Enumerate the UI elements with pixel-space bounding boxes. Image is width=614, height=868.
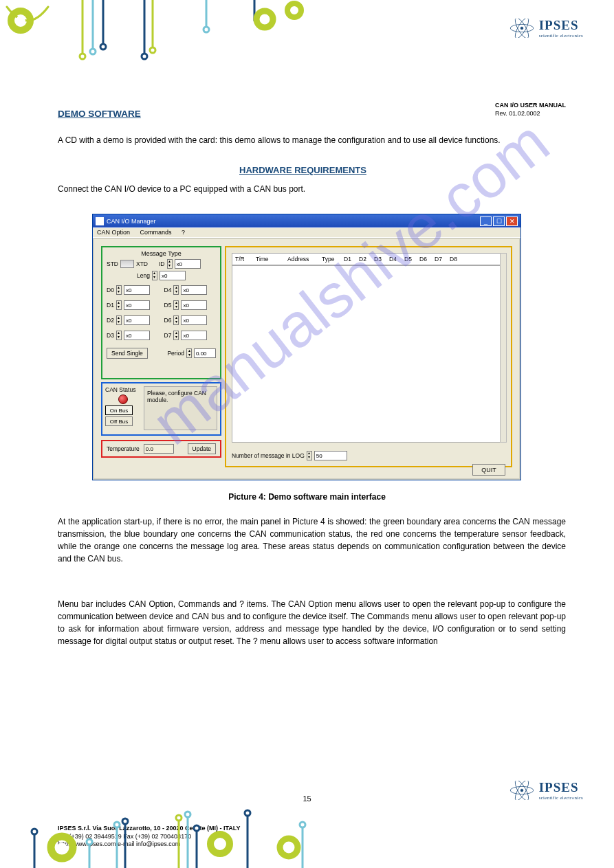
- d0-spin[interactable]: ▴▾: [116, 285, 122, 295]
- d1-label: D1: [107, 302, 114, 309]
- logo-name: IPSES: [539, 18, 583, 33]
- status-message: Please, configure CAN module.: [144, 386, 217, 430]
- d4-field[interactable]: [181, 285, 207, 295]
- logo-tagline: scientific electronics: [539, 33, 583, 38]
- d2-field[interactable]: [124, 315, 150, 325]
- log-footer: Number of message in LOG ▴▾: [232, 451, 347, 460]
- app-window: CAN I/O Manager _ ☐ ✕ CAN Option Command…: [92, 214, 521, 480]
- doc-rev: 01.02.0002: [509, 110, 540, 117]
- period-field[interactable]: [194, 348, 216, 358]
- svg-point-46: [245, 810, 250, 816]
- logo-tagline: scientific electronics: [539, 795, 583, 801]
- svg-point-18: [292, 8, 297, 13]
- message-type-header: Message Type: [107, 250, 216, 257]
- d7-label: D7: [164, 332, 172, 339]
- quit-button[interactable]: QUIT: [472, 464, 505, 476]
- svg-point-0: [11, 11, 30, 30]
- atom-icon: [509, 781, 535, 800]
- d5-label: D5: [164, 302, 172, 309]
- menu-can-option[interactable]: CAN Option: [97, 229, 130, 236]
- logo-bottom: IPSES scientific electronics: [509, 780, 583, 801]
- update-button[interactable]: Update: [188, 443, 216, 454]
- col-d6: D6: [419, 256, 435, 263]
- d2-spin[interactable]: ▴▾: [116, 315, 122, 325]
- period-spin[interactable]: ▴▾: [186, 348, 192, 358]
- logo-name: IPSES: [539, 780, 583, 795]
- atom-icon: [509, 19, 535, 38]
- leng-field[interactable]: [160, 271, 186, 280]
- on-bus-button[interactable]: On Bus: [105, 405, 133, 415]
- off-bus-button[interactable]: Off Bus: [105, 416, 133, 426]
- svg-point-13: [204, 27, 209, 32]
- d5-field[interactable]: [181, 300, 207, 310]
- log-count-field[interactable]: [314, 451, 347, 460]
- logo-top: IPSES scientific electronics: [509, 18, 583, 38]
- menubar: CAN Option Commands ?: [93, 227, 520, 238]
- status-led-icon: [118, 394, 128, 404]
- col-d3: D3: [374, 256, 389, 263]
- subsection-text: Connect the CAN I/O device to a PC equip…: [58, 183, 566, 195]
- d4-spin[interactable]: ▴▾: [173, 285, 179, 295]
- id-field[interactable]: [175, 259, 201, 269]
- document-info: CAN I/O USER MANUAL Rev. 01.02.0002: [495, 102, 566, 118]
- d7-field[interactable]: [181, 331, 207, 340]
- d1-field[interactable]: [124, 300, 150, 310]
- d3-spin[interactable]: ▴▾: [116, 331, 122, 340]
- d0-label: D0: [107, 287, 114, 293]
- std-xtd-slider[interactable]: [120, 260, 134, 268]
- svg-point-22: [520, 27, 523, 30]
- minimize-button[interactable]: _: [480, 216, 492, 226]
- svg-point-17: [287, 3, 301, 17]
- svg-point-16: [261, 16, 268, 23]
- col-addr: Address: [287, 256, 322, 263]
- d3-field[interactable]: [124, 331, 150, 340]
- log-count-spin[interactable]: ▴▾: [307, 451, 312, 460]
- d6-spin[interactable]: ▴▾: [173, 315, 179, 325]
- period-label: Period: [167, 350, 184, 357]
- can-status-label: CAN Status: [105, 386, 141, 393]
- log-scrollbar[interactable]: [500, 253, 507, 443]
- d3-label: D3: [107, 332, 114, 339]
- svg-point-6: [90, 49, 96, 54]
- xtd-label: XTD: [136, 260, 148, 267]
- col-d5: D5: [404, 256, 419, 263]
- col-d4: D4: [389, 256, 404, 263]
- log-header: T/R Time Address Type D1 D2 D3 D4 D5 D6 …: [232, 253, 503, 265]
- menu-help[interactable]: ?: [182, 229, 185, 236]
- close-button[interactable]: ✕: [506, 216, 518, 226]
- d7-spin[interactable]: ▴▾: [173, 331, 179, 340]
- d1-spin[interactable]: ▴▾: [116, 300, 122, 310]
- svg-point-11: [150, 47, 155, 53]
- footer-line1: IPSES S.r.l. Via Suor Lazzarotto, 10 - 2…: [58, 825, 566, 833]
- d2-label: D2: [107, 317, 114, 324]
- doc-title: CAN I/O USER MANUAL: [495, 102, 566, 109]
- d0-field[interactable]: [124, 285, 150, 295]
- footer-line3: http://www.ipses.com e-mail info@ipses.c…: [58, 841, 566, 849]
- titlebar[interactable]: CAN I/O Manager _ ☐ ✕: [93, 214, 520, 227]
- footer: IPSES S.r.l. Via Suor Lazzarotto, 10 - 2…: [58, 825, 566, 849]
- log-body[interactable]: [232, 265, 503, 443]
- leng-spinner[interactable]: ▴▾: [152, 271, 157, 280]
- col-time: Time: [256, 256, 287, 263]
- leng-label: Leng: [137, 272, 150, 279]
- header-circuit-decoration: [0, 0, 330, 62]
- log-panel: T/R Time Address Type D1 D2 D3 D4 D5 D6 …: [225, 246, 512, 467]
- send-single-button[interactable]: Send Single: [107, 348, 148, 359]
- col-d7: D7: [435, 256, 450, 263]
- temperature-panel: Temperature Update: [101, 440, 221, 458]
- id-spinner[interactable]: ▴▾: [167, 259, 173, 269]
- maximize-button[interactable]: ☐: [493, 216, 505, 226]
- d6-label: D6: [164, 317, 172, 324]
- d6-field[interactable]: [181, 315, 207, 325]
- app-icon: [96, 217, 104, 225]
- log-count-label: Number of message in LOG: [232, 452, 305, 459]
- section-heading: DEMO SOFTWARE: [58, 109, 141, 119]
- window-title: CAN I/O Manager: [107, 218, 156, 225]
- svg-point-15: [256, 11, 273, 27]
- temperature-field[interactable]: [144, 444, 174, 454]
- can-status-panel: CAN Status On Bus Off Bus Please, config…: [101, 382, 221, 436]
- col-type: Type: [322, 256, 344, 263]
- svg-point-1: [16, 16, 25, 25]
- d5-spin[interactable]: ▴▾: [173, 300, 179, 310]
- menu-commands[interactable]: Commands: [140, 229, 172, 236]
